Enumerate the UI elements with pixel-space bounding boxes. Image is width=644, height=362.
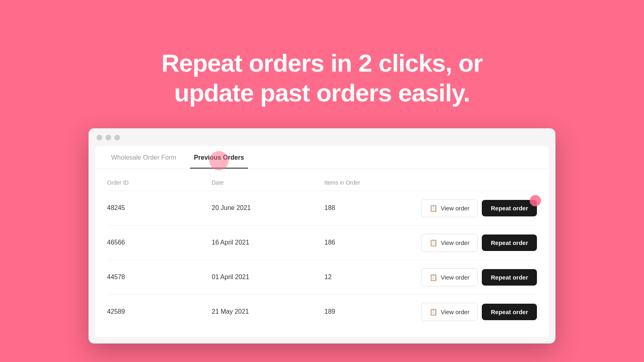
repeat-order-button[interactable]: Repeat order (482, 234, 537, 251)
col-header-order-id: Order ID (107, 179, 212, 186)
doc-icon: 📋 (429, 308, 438, 316)
hero-heading: Repeat orders in 2 clicks, or update pas… (161, 48, 483, 108)
col-header-items: Items in Order (324, 179, 400, 186)
table-header-row: Order ID Date Items in Order (107, 173, 537, 191)
tabs-bar: Wholesale Order Form Previous Orders (95, 146, 549, 169)
order-items-cell: 188 (324, 204, 400, 212)
repeat-order-button[interactable]: Repeat order (482, 269, 537, 286)
order-actions-cell: 📋 View order Repeat order (400, 303, 537, 321)
col-header-actions2 (464, 179, 537, 186)
app-container: Wholesale Order Form Previous Orders Ord… (95, 146, 549, 337)
order-id-cell: 46566 (107, 239, 212, 246)
order-id-cell: 44578 (107, 274, 212, 281)
browser-dot-yellow (105, 135, 111, 140)
browser-dot-red (97, 135, 102, 140)
browser-window: Wholesale Order Form Previous Orders Ord… (89, 128, 555, 343)
col-header-date: Date (212, 179, 324, 186)
order-date-cell: 20 June 2021 (212, 204, 324, 212)
repeat-order-button[interactable]: Repeat order (482, 200, 537, 216)
view-order-button[interactable]: 📋 View order (421, 268, 478, 286)
tab-wholesale[interactable]: Wholesale Order Form (107, 146, 180, 169)
order-date-cell: 21 May 2021 (212, 308, 324, 315)
order-actions-cell: 📋 View order Repeat order (400, 268, 537, 286)
order-date-cell: 16 April 2021 (212, 239, 324, 246)
view-order-button[interactable]: 📋 View order (421, 303, 478, 321)
view-order-button[interactable]: 📋 View order (421, 199, 478, 217)
cursor-ripple (530, 195, 541, 206)
order-items-cell: 189 (324, 308, 400, 315)
order-id-cell: 48245 (107, 204, 212, 212)
table-row: 42589 21 May 2021 189 📋 View order Repea… (107, 295, 537, 329)
order-items-cell: 12 (324, 274, 400, 281)
order-id-cell: 42589 (107, 308, 212, 315)
tab-previous-orders[interactable]: Previous Orders (190, 146, 248, 169)
browser-dot-green (114, 135, 120, 140)
table-row: 46566 16 April 2021 186 📋 View order Rep… (107, 226, 537, 260)
view-order-button[interactable]: 📋 View order (421, 234, 478, 252)
order-items-cell: 186 (324, 239, 400, 246)
doc-icon: 📋 (429, 239, 438, 247)
doc-icon: 📋 (429, 204, 438, 212)
order-actions-cell: 📋 View order Repeat order (400, 199, 537, 217)
order-actions-cell: 📋 View order Repeat order (400, 234, 537, 252)
repeat-order-button[interactable]: Repeat order (482, 304, 537, 320)
table-row: 44578 01 April 2021 12 📋 View order Repe… (107, 260, 537, 295)
doc-icon: 📋 (429, 274, 438, 281)
table-row: 48245 20 June 2021 188 📋 View order Repe… (107, 191, 537, 226)
browser-chrome (95, 135, 549, 140)
col-header-actions1 (400, 179, 464, 186)
orders-table: Order ID Date Items in Order 48245 20 Ju… (95, 169, 549, 337)
order-date-cell: 01 April 2021 (212, 274, 324, 281)
